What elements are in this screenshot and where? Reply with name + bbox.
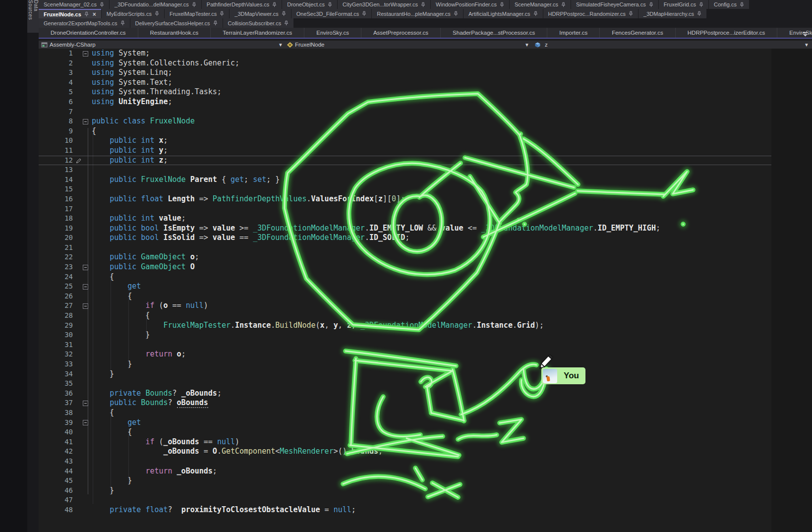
tab-restauranthook-cs[interactable]: RestaurantHook.cs [138, 28, 211, 38]
tab-artificiallightsmanager-cs[interactable]: ArtificialLightsManager.cs [464, 9, 543, 18]
close-icon[interactable]: × [93, 11, 96, 17]
tab-config-cs[interactable]: Config.cs [709, 0, 749, 9]
fold-collapse-icon[interactable] [83, 401, 88, 406]
code-line-30[interactable]: 30 } [39, 330, 812, 340]
tab-pathfinderdepthvalues-cs[interactable]: PathfinderDepthValues.cs [202, 0, 282, 9]
fold-margin[interactable] [76, 418, 92, 428]
tab-fencesgenerator-cs[interactable]: FencesGenerator.cs [599, 28, 675, 38]
sidebar-tab-data-sources[interactable]: Data Sources [27, 0, 39, 33]
code-line-6[interactable]: 6using UnityEngine; [39, 97, 812, 107]
tab--3dmapviewer-cs[interactable]: _3DMapViewer.cs [230, 9, 290, 18]
code-line-24[interactable]: 24 { [39, 272, 812, 282]
code-line-21[interactable]: 21 [39, 243, 812, 253]
fold-margin[interactable] [76, 282, 92, 292]
fold-margin[interactable] [76, 49, 92, 59]
code-line-38[interactable]: 38 { [39, 408, 812, 418]
code-line-19[interactable]: 19 public bool IsEmpty => value >= _3DFo… [39, 224, 812, 234]
tab-scenemanager-cs[interactable]: SceneManager.cs [510, 0, 571, 9]
breadcrumb-member-dropdown[interactable]: ▾ [525, 41, 528, 49]
tab-envirosky-cs[interactable]: EnviroSky.cs [304, 28, 361, 38]
fold-margin[interactable] [76, 117, 92, 126]
code-line-22[interactable]: 22 public GameObject o; [39, 252, 812, 262]
code-line-13[interactable]: 13 [39, 165, 812, 175]
tab-onesec3d-fileformat-cs[interactable]: OneSec3D_FileFormat.cs [291, 9, 372, 18]
code-line-37[interactable]: 37 public Bounds? oBounds [39, 398, 812, 408]
code-line-9[interactable]: 9{ [39, 126, 812, 136]
code-line-10[interactable]: 10 public int x; [39, 136, 812, 146]
code-line-14[interactable]: 14 public FruxelNode Parent { get; set; … [39, 175, 812, 185]
code-line-18[interactable]: 18 public int value; [39, 214, 812, 224]
code-line-29[interactable]: 29 FruxelMapTester.Instance.BuildNode(x,… [39, 321, 812, 331]
fold-margin[interactable] [76, 301, 92, 311]
code-line-28[interactable]: 28 { [39, 311, 812, 321]
tab-assetpreprocessor-cs[interactable]: AssetPreprocessor.cs [361, 28, 440, 38]
code-line-45[interactable]: 45 } [39, 476, 812, 486]
tab-citygen3dgen-torwrapper-cs[interactable]: CityGen3DGen...torWrapper.cs [338, 0, 430, 9]
fold-collapse-icon[interactable] [83, 284, 88, 290]
code-line-34[interactable]: 34 } [39, 369, 812, 379]
code-line-7[interactable]: 7 [39, 107, 812, 117]
tab-terrainlayerrandomizer-cs[interactable]: TerrainLayerRandomizer.cs [210, 28, 304, 38]
tab-windowpositionfinder-cs[interactable]: WindowPositionFinder.cs [431, 0, 509, 9]
code-line-40[interactable]: 40 { [39, 427, 812, 437]
code-line-33[interactable]: 33 } [39, 359, 812, 369]
code-line-25[interactable]: 25 get [39, 282, 812, 292]
tab-hdrppostproc-randomizer-cs[interactable]: HDRPPostproc...Randomizer.cs [543, 9, 638, 18]
breadcrumb-member[interactable]: z [545, 41, 548, 49]
code-line-12[interactable]: 12 public int z; [39, 156, 812, 166]
tab-fruxelmaptester-cs[interactable]: FruxelMapTester.cs [165, 9, 229, 18]
code-line-17[interactable]: 17 [39, 204, 812, 214]
fold-collapse-icon[interactable] [83, 303, 88, 309]
code-line-3[interactable]: 3using System.Linq; [39, 68, 812, 78]
code-line-23[interactable]: 23 public GameObject O [39, 262, 812, 272]
code-line-26[interactable]: 26 { [39, 292, 812, 301]
code-line-20[interactable]: 20 public bool IsSolid => value == _3DFo… [39, 233, 812, 243]
fold-collapse-icon[interactable] [83, 420, 88, 425]
tab-droneobject-cs[interactable]: DroneObject.cs [282, 0, 337, 9]
code-line-31[interactable]: 31 [39, 340, 812, 350]
code-line-42[interactable]: 42 _oBounds = O.GetComponent<MeshRendere… [39, 447, 812, 457]
tab-collisionsubscriber-cs[interactable]: CollisionSubscriber.cs [223, 18, 294, 28]
fold-collapse-icon[interactable] [83, 265, 88, 270]
breadcrumb-type[interactable]: FruxelNode [295, 41, 324, 49]
tab-myeditorscripts-cs[interactable]: MyEditorScripts.cs [102, 9, 164, 18]
code-line-1[interactable]: 1using System; [39, 49, 812, 59]
breadcrumb-scroll-icon[interactable]: ▾ [805, 41, 808, 49]
tab-generator2exportmaptools-cs[interactable]: Generator2ExportMapTools.cs [39, 18, 130, 28]
fold-collapse-icon[interactable] [83, 51, 88, 57]
tab-importer-cs[interactable]: Importer.cs [547, 28, 599, 38]
code-line-32[interactable]: 32 return o; [39, 350, 812, 359]
tab-fruxelnode-cs[interactable]: FruxelNode.cs× [39, 9, 101, 18]
code-line-15[interactable]: 15 [39, 184, 812, 194]
code-line-39[interactable]: 39 get [39, 418, 812, 428]
breadcrumb-project[interactable]: Assembly-CSharp [50, 41, 96, 49]
tab-simulatedfisheyecamera-cs[interactable]: SimulatedFisheyeCamera.cs [571, 0, 658, 9]
code-line-16[interactable]: 16 public float Length => PathfinderDept… [39, 194, 812, 204]
tab-droneorientationcontroller-cs[interactable]: DroneOrientationController.cs [39, 28, 138, 38]
code-line-36[interactable]: 36 private Bounds? _oBounds; [39, 389, 812, 399]
tab-deliverysurfaceclasshelper-cs[interactable]: DeliverySurfaceClassHelper.cs [130, 18, 223, 28]
tab-fruxelgrid-cs[interactable]: FruxelGrid.cs [659, 0, 708, 9]
code-line-35[interactable]: 35 [39, 379, 812, 389]
code-line-47[interactable]: 47 [39, 495, 812, 505]
code-line-46[interactable]: 46 } [39, 486, 812, 496]
code-line-48[interactable]: 48 private float? proximityToClosestObst… [39, 505, 812, 515]
tab-hdrppostproce-izereditor-cs[interactable]: HDRPPostproce...izerEditor.cs [675, 28, 777, 38]
tab-restaurantho-plemanager-cs[interactable]: RestaurantHo...pleManager.cs [372, 9, 463, 18]
code-editor[interactable]: 1using System;2using System.Collections.… [39, 49, 812, 532]
tab--3dmaphierarchy-cs[interactable]: _3DMapHierarchy.cs [638, 9, 706, 18]
code-line-2[interactable]: 2using System.Collections.Generic; [39, 59, 812, 68]
fold-collapse-icon[interactable] [83, 119, 88, 124]
window-list-icon[interactable] [802, 31, 809, 38]
tab-shaderpackage-stprocessor-cs[interactable]: ShaderPackage...stProcessor.cs [440, 28, 547, 38]
fold-margin[interactable] [76, 262, 92, 272]
fold-margin[interactable] [76, 398, 92, 408]
tab-scenemanager-02-cs[interactable]: SceneManager_02.cs [39, 0, 109, 9]
code-line-44[interactable]: 44 return _oBounds; [39, 467, 812, 476]
code-line-41[interactable]: 41 if (_oBounds == null) [39, 437, 812, 447]
code-line-4[interactable]: 4using System.Text; [39, 78, 812, 88]
code-line-27[interactable]: 27 if (o == null) [39, 301, 812, 311]
tab--3dfoundatio-delmanager-cs[interactable]: _3DFoundatio...delManager.cs [110, 0, 201, 9]
breadcrumb-project-dropdown[interactable]: ▾ [279, 41, 282, 49]
code-line-43[interactable]: 43 [39, 457, 812, 467]
